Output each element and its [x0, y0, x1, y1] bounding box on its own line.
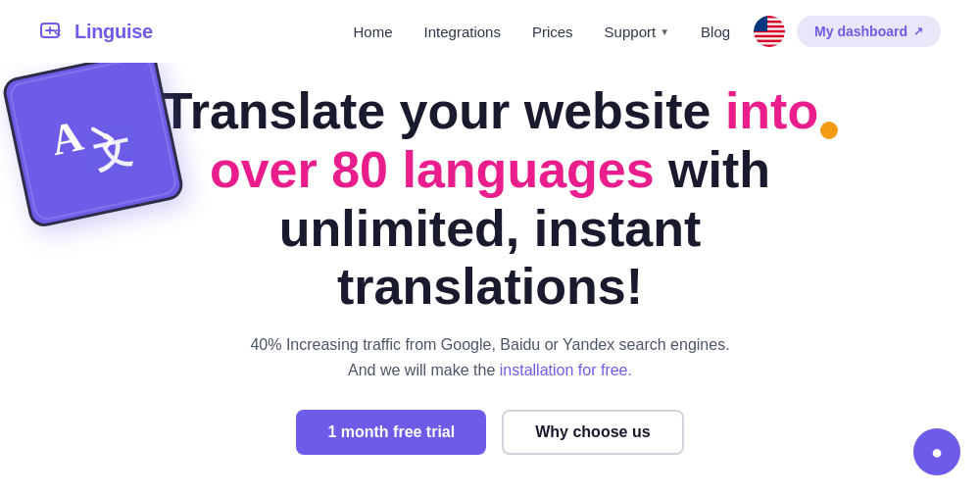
svg-text:A: A — [46, 111, 86, 165]
free-trial-button[interactable]: 1 month free trial — [296, 410, 486, 455]
chat-bubble-button[interactable]: ● — [913, 428, 960, 475]
svg-rect-11 — [754, 16, 767, 31]
svg-rect-9 — [754, 40, 785, 42]
logo-icon — [39, 18, 67, 45]
nav-right: My dashboard ↗ — [754, 16, 941, 47]
navbar: Linguise Home Integrations Prices Suppor… — [0, 0, 980, 63]
svg-rect-4 — [754, 16, 785, 18]
hero-title: Translate your website into over 80 lang… — [137, 82, 843, 317]
why-choose-us-button[interactable]: Why choose us — [502, 410, 683, 455]
hero-section: A 文 Translate your website into over 80 … — [0, 63, 980, 455]
installation-link[interactable]: installation for free. — [500, 362, 632, 378]
nav-blog[interactable]: Blog — [701, 24, 730, 40]
decorative-dot — [820, 122, 838, 139]
svg-rect-8 — [754, 35, 785, 37]
brand-name: Linguise — [74, 21, 153, 43]
chevron-down-icon: ▼ — [660, 26, 669, 37]
dashboard-button[interactable]: My dashboard ↗ — [797, 16, 941, 47]
translate-icon: A 文 — [37, 90, 149, 187]
svg-text:文: 文 — [90, 127, 135, 175]
logo[interactable]: Linguise — [39, 18, 153, 45]
nav-links: Home Integrations Prices Support ▼ Blog — [354, 24, 731, 40]
nav-home[interactable]: Home — [354, 24, 393, 40]
hero-buttons: 1 month free trial Why choose us — [296, 410, 683, 455]
svg-rect-10 — [754, 45, 785, 47]
nav-support[interactable]: Support ▼ — [605, 24, 669, 40]
chat-icon: ● — [931, 441, 943, 464]
nav-integrations[interactable]: Integrations — [424, 24, 501, 40]
hero-subtitle: 40% Increasing traffic from Google, Baid… — [250, 332, 729, 382]
translate-card: A 文 — [15, 63, 172, 215]
language-flag-button[interactable] — [754, 16, 785, 47]
nav-prices[interactable]: Prices — [532, 24, 573, 40]
external-link-icon: ↗ — [913, 25, 923, 38]
